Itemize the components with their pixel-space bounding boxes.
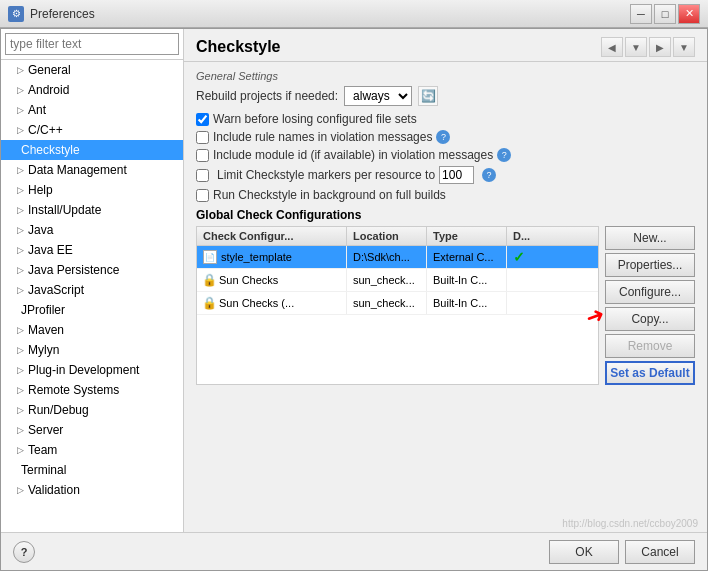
sidebar-item-maven[interactable]: ▷Maven	[1, 320, 183, 340]
minimize-button[interactable]: ─	[630, 4, 652, 24]
nav-dropdown-button[interactable]: ▼	[625, 37, 647, 57]
col-header-location: Location	[347, 227, 427, 245]
tree-arrow: ▷	[17, 245, 24, 255]
sidebar-item-install_update[interactable]: ▷Install/Update	[1, 200, 183, 220]
row2-location: sun_check...	[347, 269, 427, 291]
checkbox-limit: Limit Checkstyle markers per resource to…	[196, 166, 695, 184]
section-title: Checkstyle	[196, 38, 281, 56]
sidebar-item-android[interactable]: ▷Android	[1, 80, 183, 100]
tree-arrow: ▷	[17, 345, 24, 355]
rebuild-icon[interactable]: 🔄	[418, 86, 438, 106]
forward-button[interactable]: ▶	[649, 37, 671, 57]
table-row[interactable]: 🔒 Sun Checks (... sun_check... Built-In …	[197, 292, 598, 315]
rulenames-label: Include rule names in violation messages	[213, 130, 432, 144]
tree-arrow: ▷	[17, 225, 24, 235]
table-row[interactable]: 📄 style_template D:\Sdk\ch... External C…	[197, 246, 598, 269]
rulenames-checkbox[interactable]	[196, 131, 209, 144]
checkbox-background: Run Checkstyle in background on full bui…	[196, 188, 695, 202]
filter-input[interactable]	[5, 33, 179, 55]
row1-name: 📄 style_template	[197, 246, 347, 268]
warn-checkbox[interactable]	[196, 113, 209, 126]
configure-button[interactable]: Configure...	[605, 280, 695, 304]
filter-box	[1, 29, 183, 60]
sidebar-item-c_c__[interactable]: ▷C/C++	[1, 120, 183, 140]
limit-value-input[interactable]	[439, 166, 474, 184]
app-icon: ⚙	[8, 6, 24, 22]
sidebar-item-terminal[interactable]: Terminal	[1, 460, 183, 480]
tree-arrow: ▷	[17, 285, 24, 295]
moduleid-label: Include module id (if available) in viol…	[213, 148, 493, 162]
row3-name: 🔒 Sun Checks (...	[197, 292, 347, 314]
col-header-default: D...	[507, 227, 547, 245]
sidebar-item-checkstyle[interactable]: Checkstyle	[1, 140, 183, 160]
help-button[interactable]: ?	[13, 541, 35, 563]
rebuild-label: Rebuild projects if needed:	[196, 89, 338, 103]
cancel-button[interactable]: Cancel	[625, 540, 695, 564]
sidebar-item-ant[interactable]: ▷Ant	[1, 100, 183, 120]
limit-label: Limit Checkstyle markers per resource to	[217, 168, 435, 182]
sidebar-item-java[interactable]: ▷Java	[1, 220, 183, 240]
close-button[interactable]: ✕	[678, 4, 700, 24]
sidebar-item-mylyn[interactable]: ▷Mylyn	[1, 340, 183, 360]
maximize-button[interactable]: □	[654, 4, 676, 24]
new-button[interactable]: New...	[605, 226, 695, 250]
title-bar: ⚙ Preferences ─ □ ✕	[0, 0, 708, 28]
checkbox-moduleid: Include module id (if available) in viol…	[196, 148, 695, 162]
tree-arrow: ▷	[17, 105, 24, 115]
sidebar-item-server[interactable]: ▷Server	[1, 420, 183, 440]
lock-icon: 🔒	[203, 273, 215, 287]
copy-button[interactable]: Copy...	[605, 307, 695, 331]
table-row[interactable]: 🔒 Sun Checks sun_check... Built-In C...	[197, 269, 598, 292]
properties-button[interactable]: Properties...	[605, 253, 695, 277]
general-settings-label: General Settings	[196, 70, 695, 82]
background-checkbox[interactable]	[196, 189, 209, 202]
row3-location: sun_check...	[347, 292, 427, 314]
content-area: ▷General▷Android▷Ant▷C/C++Checkstyle▷Dat…	[1, 29, 707, 532]
table-container: Check Configur... Location Type D... 📄 s…	[196, 226, 695, 385]
window-controls: ─ □ ✕	[630, 4, 700, 24]
sidebar-item-team[interactable]: ▷Team	[1, 440, 183, 460]
checkbox-rulenames: Include rule names in violation messages…	[196, 130, 695, 144]
back-button[interactable]: ◀	[601, 37, 623, 57]
sidebar-item-jprofiler[interactable]: JProfiler	[1, 300, 183, 320]
sidebar-item-remote_systems[interactable]: ▷Remote Systems	[1, 380, 183, 400]
sidebar-item-plug_in_development[interactable]: ▷Plug-in Development	[1, 360, 183, 380]
tree-list: ▷General▷Android▷Ant▷C/C++Checkstyle▷Dat…	[1, 60, 183, 532]
rulenames-info-icon[interactable]: ?	[436, 130, 450, 144]
tree-arrow: ▷	[17, 365, 24, 375]
tree-arrow: ▷	[17, 125, 24, 135]
check-table: Check Configur... Location Type D... 📄 s…	[196, 226, 599, 385]
tree-arrow: ▷	[17, 485, 24, 495]
limit-info-icon[interactable]: ?	[482, 168, 496, 182]
tree-arrow: ▷	[17, 265, 24, 275]
ok-cancel-buttons: OK Cancel	[549, 540, 695, 564]
right-panel: Checkstyle ◀ ▼ ▶ ▼ General Settings Rebu…	[184, 29, 707, 532]
set-default-button[interactable]: Set as Default	[605, 361, 695, 385]
row2-default	[507, 269, 547, 291]
col-header-name: Check Configur...	[197, 227, 347, 245]
moduleid-info-icon[interactable]: ?	[497, 148, 511, 162]
table-header: Check Configur... Location Type D...	[197, 227, 598, 246]
forward-dropdown-button[interactable]: ▼	[673, 37, 695, 57]
tree-arrow: ▷	[17, 165, 24, 175]
tree-arrow: ▷	[17, 385, 24, 395]
bottom-bar: ? OK Cancel	[1, 532, 707, 570]
sidebar-item-run_debug[interactable]: ▷Run/Debug	[1, 400, 183, 420]
rebuild-select[interactable]: always never prompt	[344, 86, 412, 106]
tree-arrow: ▷	[17, 65, 24, 75]
sidebar-item-javascript[interactable]: ▷JavaScript	[1, 280, 183, 300]
sidebar-item-java_ee[interactable]: ▷Java EE	[1, 240, 183, 260]
ok-button[interactable]: OK	[549, 540, 619, 564]
sidebar-item-general[interactable]: ▷General	[1, 60, 183, 80]
sidebar-item-data_management[interactable]: ▷Data Management	[1, 160, 183, 180]
moduleid-checkbox[interactable]	[196, 149, 209, 162]
right-content: General Settings Rebuild projects if nee…	[184, 62, 707, 532]
sidebar-item-java_persistence[interactable]: ▷Java Persistence	[1, 260, 183, 280]
background-label: Run Checkstyle in background on full bui…	[213, 188, 446, 202]
sidebar-item-validation[interactable]: ▷Validation	[1, 480, 183, 500]
sidebar-item-help[interactable]: ▷Help	[1, 180, 183, 200]
limit-checkbox[interactable]	[196, 169, 209, 182]
remove-button[interactable]: Remove	[605, 334, 695, 358]
tree-arrow: ▷	[17, 445, 24, 455]
global-section: Global Check Configurations Check Config…	[196, 208, 695, 385]
